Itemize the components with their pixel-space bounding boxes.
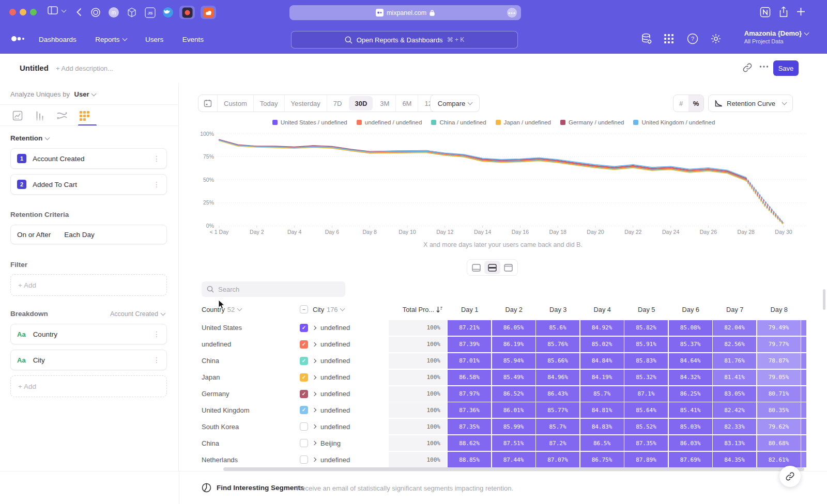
extension-cube-icon[interactable] [125,6,139,19]
vertical-scrollbar[interactable] [823,289,825,310]
tab-funnels-icon[interactable] [34,108,46,123]
expand-row-icon[interactable] [312,375,316,379]
unit-toggle-button[interactable]: # [673,95,688,112]
retention-value-cell[interactable]: 80.71% [757,386,801,402]
retention-value-cell[interactable]: 85.64% [624,402,668,418]
event-step-card[interactable]: 2 Added To Cart ⋮ [10,174,167,195]
retention-value-cell[interactable]: 85.08% [669,320,712,336]
retention-value-cell[interactable]: 85.41% [669,402,712,418]
criteria-on-or-after[interactable]: On or After [17,231,51,239]
tab-insights-icon[interactable] [11,108,24,123]
retention-value-cell[interactable]: 86.25% [669,386,712,402]
day-column-header[interactable]: Day 5 [624,306,669,313]
expand-row-icon[interactable] [312,408,316,412]
expand-row-icon[interactable] [312,458,316,462]
date-range-button[interactable]: 7D [327,95,348,112]
new-tab-icon[interactable] [797,7,805,16]
retention-value-cell[interactable]: 79.05% [757,370,801,385]
breakdown-card[interactable]: Aa City ⋮ [10,350,167,370]
compare-button[interactable]: Compare [430,94,480,112]
retention-value-cell[interactable]: 79.77% [757,337,801,352]
segment-checkbox[interactable]: ✓ [300,373,308,382]
date-range-button[interactable]: 6M [395,95,418,112]
report-title[interactable]: Untitled [20,64,49,72]
save-button[interactable]: Save [773,60,799,76]
nav-menu-item[interactable]: Reports [95,36,126,43]
extension-target-icon[interactable] [89,6,102,19]
retention-value-cell[interactable]: 87.1% [624,386,668,402]
help-icon[interactable]: ? [687,33,698,44]
retention-value-cell[interactable]: 87.35% [624,435,668,451]
share-icon[interactable] [779,6,788,18]
expand-row-icon[interactable] [312,326,316,330]
retention-value-cell[interactable]: 86.05% [492,320,535,336]
expand-row-icon[interactable] [312,441,316,445]
notion-extension-icon[interactable] [760,7,771,18]
date-range-button[interactable]: Yesterday [284,95,327,112]
retention-value-cell[interactable]: 88.85% [448,452,491,467]
nav-menu-item[interactable]: Events [182,36,204,43]
retention-value-cell[interactable]: 84.96% [536,370,579,385]
retention-value-cell[interactable]: 84.83% [580,419,624,434]
breakdown-card[interactable]: Aa Country ⋮ [10,324,167,344]
extension-soundcloud-icon[interactable] [201,6,216,19]
day-column-header[interactable]: Day 1 [448,306,492,313]
extension-m-icon[interactable]: m [107,6,120,19]
tab-overview-chevron-icon[interactable] [62,9,66,13]
legend-item[interactable]: Japan / undefined [496,119,551,125]
retention-criteria-card[interactable]: On or After Each Day [10,225,167,244]
add-filter-button[interactable]: + Add [10,274,167,296]
retention-value-cell[interactable]: 81.41% [713,370,756,385]
retention-value-cell[interactable]: 79.49% [757,320,801,336]
retention-value-cell[interactable]: 85.02% [580,337,624,352]
retention-value-cell[interactable]: 87.69% [669,452,712,467]
retention-value-cell[interactable]: 85.91% [624,337,668,352]
kebab-menu-icon[interactable]: ⋮ [153,154,160,163]
day-column-header[interactable]: Day 2 [492,306,537,313]
apps-grid-icon[interactable] [664,34,674,44]
nav-menu-item[interactable]: Dashboards [39,36,76,43]
retention-value-cell[interactable]: 87.89% [624,452,668,467]
retention-value-cell[interactable]: 86.52% [492,386,535,402]
retention-value-cell[interactable]: 82.33% [713,419,756,434]
retention-value-cell[interactable]: 85.37% [669,337,712,352]
retention-value-cell[interactable]: 86.58% [448,370,491,385]
retention-value-cell[interactable]: 87.36% [448,402,491,418]
day-column-header[interactable]: Day 8 [757,306,802,313]
retention-value-cell[interactable]: 84.84% [580,353,624,369]
retention-section-header[interactable]: Retention [10,134,49,142]
retention-value-cell[interactable]: 84.35% [713,452,756,467]
retention-value-cell[interactable]: 85.6% [536,320,579,336]
retention-value-cell[interactable]: 85.7% [536,419,579,434]
retention-value-cell[interactable]: 85.82% [624,320,668,336]
retention-value-cell[interactable]: 83.13% [713,435,756,451]
segment-checkbox[interactable]: ✓ [300,422,308,431]
day-column-header[interactable]: Day 7 [713,306,757,313]
segment-checkbox[interactable]: ✓ [300,324,308,332]
nav-menu-item[interactable]: Users [145,36,163,43]
retention-value-cell[interactable]: 81.76% [713,353,756,369]
date-range-button[interactable]: Today [253,95,284,112]
expand-row-icon[interactable] [312,358,316,363]
retention-value-cell[interactable]: 87.39% [448,337,491,352]
retention-value-cell[interactable]: 85.7% [580,386,624,402]
split-view-button[interactable] [484,261,500,274]
retention-value-cell[interactable]: 82.42% [713,402,756,418]
retention-value-cell[interactable]: 80.68% [757,435,801,451]
segment-checkbox[interactable]: ✓ [300,455,308,464]
horizontal-scrollbar[interactable] [223,467,804,471]
chart-view-dropdown[interactable]: Retention Curve [708,94,793,112]
retention-value-cell[interactable]: 87.2% [536,435,579,451]
retention-value-cell[interactable]: 87.51% [492,435,535,451]
analyze-value-dropdown[interactable]: User [74,90,96,98]
segment-checkbox[interactable]: ✓ [300,340,308,349]
total-column-header[interactable]: Total Pro... [389,306,448,313]
legend-item[interactable]: United States / undefined [272,119,347,125]
back-button[interactable] [76,8,82,17]
close-window-button[interactable] [9,9,16,15]
retention-value-cell[interactable]: 86.43% [536,386,579,402]
retention-value-cell[interactable]: 85.94% [492,353,535,369]
country-column-header[interactable]: Country52 [202,306,300,313]
retention-value-cell[interactable]: 78.87% [757,353,801,369]
tab-retention-icon[interactable] [78,108,90,123]
